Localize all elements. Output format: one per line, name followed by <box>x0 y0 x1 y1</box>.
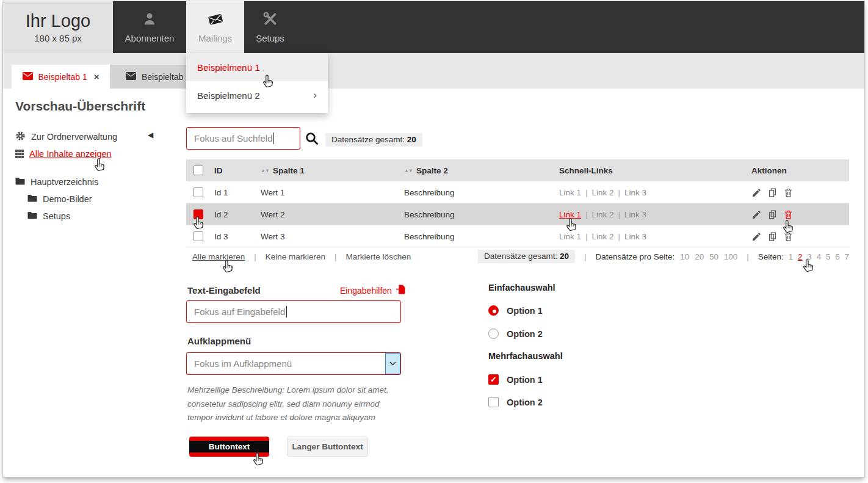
quick-link-2[interactable]: Link 2 <box>592 188 614 197</box>
delete-icon-hover[interactable] <box>783 209 794 220</box>
dropdown-select[interactable]: Fokus im Aufklappmenü <box>186 352 401 375</box>
mail-icon <box>206 11 225 29</box>
text-caret <box>273 133 274 144</box>
menu-item-beispielmenu-1[interactable]: Beispielmenü 1 <box>186 53 328 81</box>
sidebar-item-label: Zur Ordnerverwaltung <box>31 132 117 142</box>
tools-icon <box>262 11 278 29</box>
radio-option-1[interactable]: Option 1 <box>488 305 543 316</box>
column-header-spalte1[interactable]: Spalte 1 <box>273 159 305 181</box>
sidebar-item-alle-inhalte[interactable]: Alle Inhalte anzeigen <box>15 147 112 161</box>
select-value: Fokus im Aufklappmenü <box>194 358 292 369</box>
sort-icon[interactable]: ▲▼ <box>404 159 413 181</box>
input-helpers-link[interactable]: Eingabehilfen <box>340 285 405 296</box>
quick-link-1[interactable]: Link 1 <box>559 232 581 241</box>
row-checkbox[interactable] <box>193 231 203 241</box>
checkbox-label: Option 1 <box>507 375 543 385</box>
column-header-spalte2[interactable]: Spalte 2 <box>416 159 448 181</box>
edit-icon[interactable] <box>751 231 762 242</box>
pages-label: Seiten: <box>758 252 784 261</box>
copy-icon[interactable] <box>767 187 778 198</box>
checkbox-checked-icon[interactable]: ✓ <box>488 374 499 385</box>
quick-link-3[interactable]: Link 3 <box>624 232 646 241</box>
table-row: Id 1 Wert 1 Beschreibung Link 1|Link 2|L… <box>186 181 849 203</box>
cell-spalte2: Beschreibung <box>404 225 455 247</box>
row-checkbox-checked[interactable] <box>193 209 203 219</box>
folder-demo-bilder[interactable]: Demo-Bilder <box>27 192 92 206</box>
search-input[interactable]: Fokus auf Suchfeld <box>186 127 300 150</box>
folder-label: Hauptverzeichnis <box>31 177 98 187</box>
per-page-option-20[interactable]: 20 <box>695 252 704 261</box>
close-icon[interactable]: × <box>94 71 99 82</box>
nav-item-abonnenten[interactable]: Abonnenten <box>113 1 186 53</box>
radio-unchecked-icon[interactable] <box>488 329 499 339</box>
per-page-option-50[interactable]: 50 <box>709 252 718 261</box>
separator: | <box>747 252 749 261</box>
cell-spalte1: Wert 3 <box>261 225 285 247</box>
page-3[interactable]: 3 <box>807 252 812 261</box>
copy-icon[interactable] <box>767 231 778 242</box>
quick-link-2[interactable]: Link 2 <box>592 210 614 219</box>
quick-link-2[interactable]: Link 2 <box>592 232 614 241</box>
folder-icon <box>15 177 25 187</box>
nav-label: Setups <box>256 33 284 43</box>
select-all-checkbox[interactable] <box>193 165 203 175</box>
checkbox-unchecked-icon[interactable] <box>488 397 499 407</box>
menu-item-beispielmenu-2[interactable]: Beispielmenü 2 › <box>186 81 328 109</box>
sort-icon[interactable]: ▲▼ <box>261 159 269 181</box>
cell-spalte2: Beschreibung <box>404 203 455 225</box>
copy-icon[interactable] <box>767 209 778 220</box>
radio-group-label: Einfachauswahl <box>488 283 555 292</box>
per-page-option-100[interactable]: 100 <box>724 252 738 261</box>
column-header-id[interactable]: ID <box>214 159 223 181</box>
text-input[interactable]: Fokus auf Eingabefeld <box>186 300 401 323</box>
records-total-label: Datensätze gesamt: <box>331 135 405 144</box>
delete-icon[interactable] <box>783 231 794 242</box>
nav-item-setups[interactable]: Setups <box>244 1 296 53</box>
link-separator: | <box>585 232 588 241</box>
page-6[interactable]: 6 <box>835 252 840 261</box>
cell-id: Id 3 <box>214 225 228 247</box>
data-table: ID ▲▼ Spalte 1 ▲▼ Spalte 2 Schnell-Links… <box>186 159 849 247</box>
page-7[interactable]: 7 <box>844 252 849 261</box>
link-separator: | <box>618 232 621 241</box>
quick-link-1[interactable]: Link 1 <box>559 188 581 197</box>
tab-beispieltab-1[interactable]: Beispieltab 1 × <box>12 65 110 89</box>
primary-button[interactable]: Buttontext <box>189 437 269 457</box>
per-page-option-10[interactable]: 10 <box>680 252 689 261</box>
secondary-button[interactable]: Langer Buttontext <box>287 437 368 457</box>
select-none-link[interactable]: Keine markieren <box>266 252 325 261</box>
sidebar-item-ordnerverwaltung[interactable]: Zur Ordnerverwaltung <box>15 130 117 143</box>
folder-setups[interactable]: Setups <box>27 209 70 223</box>
search-icon[interactable] <box>305 131 319 148</box>
radio-checked-icon[interactable] <box>488 305 499 316</box>
select-all-link[interactable]: Alle markieren <box>192 252 245 261</box>
top-navbar: Ihr Logo 180 x 85 px Abonnenten Mailings… <box>3 1 864 53</box>
page-2-current[interactable]: 2 <box>798 252 803 261</box>
column-header-aktionen: Aktionen <box>751 159 787 181</box>
checkbox-group-label: Mehrfachauswahl <box>488 351 563 361</box>
radio-option-2[interactable]: Option 2 <box>488 329 543 339</box>
page-5[interactable]: 5 <box>826 252 831 261</box>
nav-item-mailings[interactable]: Mailings <box>186 1 244 53</box>
quick-link-3[interactable]: Link 3 <box>624 210 646 219</box>
checkbox-option-2[interactable]: Option 2 <box>488 397 543 407</box>
row-checkbox[interactable] <box>193 187 203 197</box>
sidebar-collapse-icon[interactable]: ◀ <box>148 131 153 139</box>
quick-link-1-hover[interactable]: Link 1 <box>559 210 581 219</box>
table-row-selected: Id 2 Wert 2 Beschreibung Link 1|Link 2|L… <box>186 203 849 225</box>
delete-selected-link[interactable]: Markierte löschen <box>346 252 411 261</box>
page-4[interactable]: 4 <box>817 252 822 261</box>
edit-icon[interactable] <box>751 209 762 220</box>
delete-icon[interactable] <box>783 187 794 198</box>
folder-hauptverzeichnis[interactable]: Hauptverzeichnis <box>15 175 98 189</box>
main-content: Vorschau-Überschrift Zur Ordnerverwaltun… <box>3 89 864 477</box>
quick-link-3[interactable]: Link 3 <box>624 188 646 197</box>
checkbox-option-1[interactable]: ✓ Option 1 <box>488 374 543 385</box>
chevron-down-icon[interactable] <box>385 353 400 374</box>
radio-label: Option 1 <box>507 306 543 316</box>
cell-id: Id 2 <box>214 203 228 225</box>
page-1[interactable]: 1 <box>789 252 794 261</box>
tab-label: Beispieltab 2 <box>142 72 190 82</box>
edit-icon[interactable] <box>751 187 762 198</box>
folder-label: Setups <box>43 211 70 221</box>
